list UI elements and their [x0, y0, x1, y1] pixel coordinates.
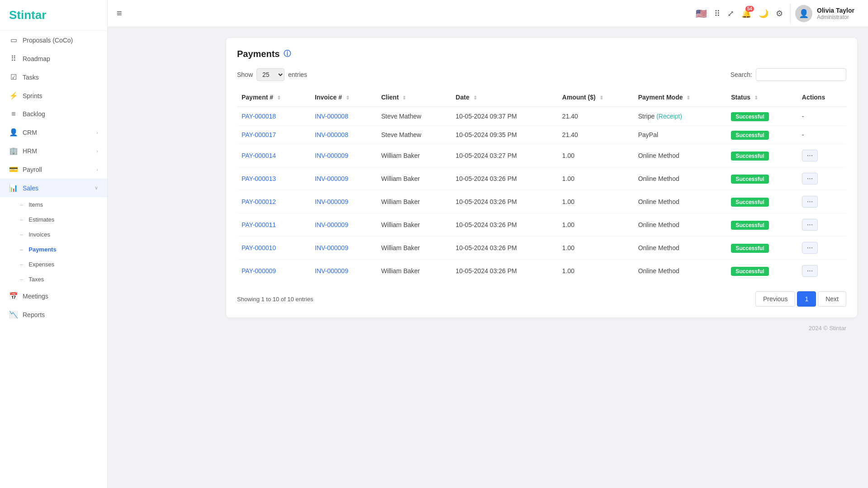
sidebar-item-tasks[interactable]: ☑ Tasks — [0, 68, 107, 86]
invoice-link[interactable]: INV-000009 — [315, 267, 348, 275]
sub-item-label: Payments — [28, 246, 56, 253]
invoice-link[interactable]: INV-000009 — [315, 175, 348, 182]
sidebar-item-label: Reports — [23, 311, 45, 318]
invoice-link[interactable]: INV-000009 — [315, 152, 348, 159]
sort-icon[interactable]: ⇕ — [686, 95, 690, 100]
topbar-right: 🇺🇸 ⠿ ⤢ 🔔 54 🌙 ⚙ 👤 Olivia Taylor Administ… — [696, 3, 859, 24]
cell-actions: ··· — [797, 144, 846, 167]
sidebar-item-expenses[interactable]: Expenses — [0, 257, 107, 272]
avatar: 👤 — [795, 5, 812, 22]
sidebar-item-payments[interactable]: Payments — [0, 242, 107, 257]
sort-icon[interactable]: ⇕ — [346, 95, 350, 100]
entries-label: entries — [288, 71, 307, 78]
cell-status: Successful — [726, 167, 797, 190]
settings-icon[interactable]: ⚙ — [776, 9, 783, 19]
page-1-button[interactable]: 1 — [797, 291, 816, 307]
cell-payment-no: PAY-000010 — [237, 237, 310, 260]
sidebar-item-roadmap[interactable]: ⠿ Roadmap — [0, 49, 107, 68]
sidebar-item-payroll[interactable]: 💳 Payroll › — [0, 160, 107, 179]
col-client: Client ⇕ — [377, 88, 451, 107]
cell-invoice-no: INV-000009 — [310, 144, 377, 167]
table-row: PAY-000011 INV-000009 William Baker 10-0… — [237, 213, 846, 237]
cell-actions: ··· — [797, 237, 846, 260]
info-icon[interactable]: ⓘ — [284, 49, 291, 59]
col-amount: Amount ($) ⇕ — [558, 88, 634, 107]
invoice-link[interactable]: INV-000009 — [315, 244, 348, 251]
cell-payment-no: PAY-000013 — [237, 167, 310, 190]
cell-actions: - — [797, 126, 846, 144]
sidebar-item-label: Meetings — [23, 293, 48, 300]
cell-actions: - — [797, 107, 846, 126]
receipt-link[interactable]: (Receipt) — [656, 113, 682, 120]
sidebar-item-items[interactable]: Items — [0, 197, 107, 212]
sidebar-item-label: Sprints — [23, 92, 43, 99]
payment-link[interactable]: PAY-000012 — [242, 198, 276, 205]
fullscreen-icon[interactable]: ⤢ — [727, 9, 734, 19]
notification-icon[interactable]: 🔔 54 — [741, 9, 751, 19]
payment-link[interactable]: PAY-000013 — [242, 175, 276, 182]
actions-button[interactable]: ··· — [802, 242, 818, 254]
sidebar-item-proposals[interactable]: ▭ Proposals (CoCo) — [0, 31, 107, 49]
cell-actions: ··· — [797, 190, 846, 213]
payment-link[interactable]: PAY-000009 — [242, 267, 276, 275]
sub-item-label: Items — [28, 201, 43, 208]
cell-date: 10-05-2024 09:35 PM — [451, 126, 557, 144]
theme-icon[interactable]: 🌙 — [759, 9, 768, 19]
invoice-link[interactable]: INV-000008 — [315, 113, 348, 120]
sort-icon[interactable]: ⇕ — [277, 95, 281, 100]
sidebar-item-sprints[interactable]: ⚡ Sprints — [0, 86, 107, 105]
cell-invoice-no: INV-000009 — [310, 213, 377, 237]
sidebar-item-label: CRM — [23, 129, 37, 136]
sidebar-item-estimates[interactable]: Estimates — [0, 212, 107, 227]
actions-button[interactable]: ··· — [802, 219, 818, 231]
sidebar-item-reports[interactable]: 📉 Reports — [0, 305, 107, 324]
payment-link[interactable]: PAY-000018 — [242, 113, 276, 120]
show-entries: Show 25 10 50 100 entries — [237, 68, 307, 81]
cell-status: Successful — [726, 126, 797, 144]
sidebar: Stintar ▭ Proposals (CoCo) ⠿ Roadmap ☑ T… — [0, 0, 108, 488]
sidebar-item-sales[interactable]: 📊 Sales ∨ — [0, 179, 107, 197]
flag-icon: 🇺🇸 — [696, 8, 707, 19]
search-input[interactable] — [756, 68, 846, 81]
sort-icon[interactable]: ⇕ — [754, 95, 758, 100]
actions-button[interactable]: ··· — [802, 265, 818, 277]
menu-icon[interactable]: ≡ — [117, 8, 122, 18]
sidebar-item-crm[interactable]: 👤 CRM › — [0, 123, 107, 142]
sort-icon[interactable]: ⇕ — [473, 95, 477, 100]
sidebar-item-hrm[interactable]: 🏢 HRM › — [0, 142, 107, 160]
cell-date: 10-05-2024 03:26 PM — [451, 190, 557, 213]
actions-button[interactable]: ··· — [802, 150, 818, 161]
sidebar-item-meetings[interactable]: 📅 Meetings — [0, 287, 107, 305]
user-profile[interactable]: 👤 Olivia Taylor Administrator — [790, 3, 859, 24]
previous-button[interactable]: Previous — [755, 291, 795, 307]
invoice-link[interactable]: INV-000009 — [315, 198, 348, 205]
col-label: Invoice # — [315, 94, 342, 101]
entries-select[interactable]: 25 10 50 100 — [256, 68, 285, 81]
sidebar-item-backlog[interactable]: ≡ Backlog — [0, 105, 107, 123]
actions-button[interactable]: ··· — [802, 196, 818, 208]
payment-link[interactable]: PAY-000017 — [242, 131, 276, 138]
notification-badge: 54 — [745, 6, 754, 12]
sort-icon[interactable]: ⇕ — [402, 95, 406, 100]
cell-amount: 1.00 — [558, 167, 634, 190]
cell-client: William Baker — [377, 213, 451, 237]
invoice-link[interactable]: INV-000008 — [315, 131, 348, 138]
payment-link[interactable]: PAY-000010 — [242, 244, 276, 251]
col-label: Client — [381, 94, 399, 101]
status-badge: Successful — [731, 221, 768, 230]
cell-invoice-no: INV-000009 — [310, 237, 377, 260]
next-button[interactable]: Next — [818, 291, 846, 307]
sort-icon[interactable]: ⇕ — [599, 95, 603, 100]
invoice-link[interactable]: INV-000009 — [315, 221, 348, 228]
payment-link[interactable]: PAY-000011 — [242, 221, 276, 228]
cell-invoice-no: INV-000008 — [310, 107, 377, 126]
user-info: Olivia Taylor Administrator — [817, 7, 854, 20]
cell-status: Successful — [726, 237, 797, 260]
sidebar-item-taxes[interactable]: Taxes — [0, 272, 107, 287]
cell-payment-mode: Online Method — [634, 190, 727, 213]
sidebar-item-invoices[interactable]: Invoices — [0, 227, 107, 242]
actions-button[interactable]: ··· — [802, 173, 818, 185]
pagination-controls: Previous 1 Next — [755, 291, 846, 307]
apps-icon[interactable]: ⠿ — [714, 9, 720, 19]
payment-link[interactable]: PAY-000014 — [242, 152, 276, 159]
